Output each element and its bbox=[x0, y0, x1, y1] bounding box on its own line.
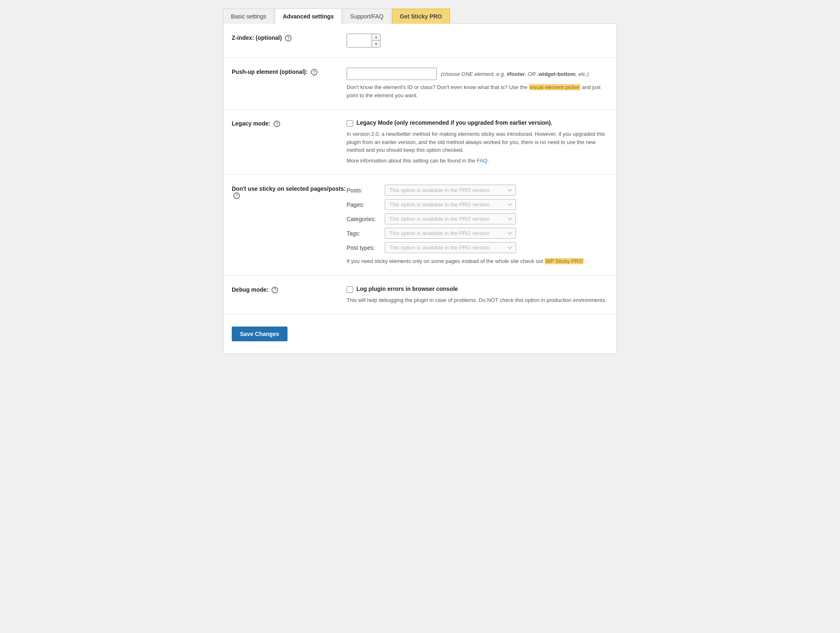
categories-select[interactable]: This option is available in the PRO vers… bbox=[385, 213, 516, 224]
tags-select[interactable]: This option is available in the PRO vers… bbox=[385, 228, 516, 239]
pushup-hint: (choose ONE element, e.g. #footer, OR .w… bbox=[441, 71, 589, 77]
page-wrapper: Basic settings Advanced settings Support… bbox=[223, 0, 617, 362]
zindex-down-button[interactable]: ▼ bbox=[372, 41, 380, 47]
zindex-content: ▲ ▼ bbox=[347, 34, 608, 48]
zindex-spinner: ▲ ▼ bbox=[347, 34, 381, 48]
pushup-input[interactable] bbox=[347, 68, 437, 80]
posts-row: Posts: This option is available in the P… bbox=[347, 185, 608, 196]
zindex-row: Z-index: (optional) ? ▲ ▼ bbox=[224, 24, 616, 58]
legacy-content: Legacy Mode (only recommended if you upg… bbox=[347, 119, 608, 165]
dont-use-sticky-help-icon[interactable]: ? bbox=[233, 192, 240, 199]
zindex-input[interactable] bbox=[347, 35, 372, 46]
pushup-hint-footer: #footer bbox=[507, 71, 525, 77]
pushup-content: (choose ONE element, e.g. #footer, OR .w… bbox=[347, 68, 608, 99]
legacy-checkbox-label[interactable]: Legacy Mode (only recommended if you upg… bbox=[356, 119, 552, 126]
legacy-faq-text: More information about this setting can … bbox=[347, 157, 608, 165]
pages-label: Pages: bbox=[347, 201, 381, 208]
categories-label: Categories: bbox=[347, 216, 381, 222]
tags-label: Tags: bbox=[347, 230, 381, 237]
dont-use-sticky-label: Don't use sticky on selected pages/posts… bbox=[232, 185, 347, 199]
legacy-faq-link[interactable]: FAQ bbox=[477, 158, 487, 164]
debug-help-icon[interactable]: ? bbox=[272, 287, 278, 293]
post-types-row: Post types: This option is available in … bbox=[347, 242, 608, 253]
pushup-help-text: Don't know the element's ID or class? Do… bbox=[347, 83, 608, 99]
debug-checkbox-row: Log plugin errors in browser console bbox=[347, 286, 608, 293]
wp-sticky-pro-link[interactable]: WP Sticky PRO bbox=[545, 258, 584, 264]
pushup-row: Push-up element (optional): ? (choose ON… bbox=[224, 58, 616, 110]
zindex-label: Z-index: (optional) ? bbox=[232, 34, 347, 41]
legacy-description: In version 2.0, a new/better method for … bbox=[347, 130, 608, 154]
legacy-checkbox[interactable] bbox=[347, 120, 353, 127]
legacy-help-icon[interactable]: ? bbox=[274, 121, 280, 127]
footer-row: Save Changes bbox=[224, 314, 616, 354]
save-button[interactable]: Save Changes bbox=[232, 327, 288, 341]
debug-checkbox-label[interactable]: Log plugin errors in browser console bbox=[356, 286, 458, 292]
debug-description: This will help debugging the plugin in c… bbox=[347, 296, 608, 304]
debug-label: Debug mode: ? bbox=[232, 286, 347, 293]
categories-row: Categories: This option is available in … bbox=[347, 213, 608, 224]
zindex-help-icon[interactable]: ? bbox=[285, 35, 292, 41]
tab-advanced[interactable]: Advanced settings bbox=[275, 9, 341, 24]
legacy-checkbox-row: Legacy Mode (only recommended if you upg… bbox=[347, 119, 608, 127]
tabs-bar: Basic settings Advanced settings Support… bbox=[223, 8, 617, 24]
debug-row: Debug mode: ? Log plugin errors in brows… bbox=[224, 276, 616, 315]
dont-use-sticky-row: Don't use sticky on selected pages/posts… bbox=[224, 175, 616, 276]
pushup-label: Push-up element (optional): ? bbox=[232, 68, 347, 75]
zindex-up-button[interactable]: ▲ bbox=[372, 34, 380, 41]
visual-element-picker-link[interactable]: visual element picker bbox=[529, 84, 580, 90]
zindex-spinner-buttons: ▲ ▼ bbox=[372, 34, 380, 47]
posts-select[interactable]: This option is available in the PRO vers… bbox=[385, 185, 516, 196]
post-types-label: Post types: bbox=[347, 245, 381, 251]
tab-basic[interactable]: Basic settings bbox=[223, 9, 274, 24]
pages-select[interactable]: This option is available in the PRO vers… bbox=[385, 199, 516, 210]
pushup-input-row: (choose ONE element, e.g. #footer, OR .w… bbox=[347, 68, 608, 80]
pushup-hint-widget: .widget-bottom bbox=[537, 71, 575, 77]
pushup-help-icon[interactable]: ? bbox=[311, 69, 317, 75]
debug-checkbox[interactable] bbox=[347, 286, 353, 293]
pages-row: Pages: This option is available in the P… bbox=[347, 199, 608, 210]
legacy-label: Legacy mode: ? bbox=[232, 119, 347, 127]
legacy-row: Legacy mode: ? Legacy Mode (only recomme… bbox=[224, 110, 616, 175]
settings-panel: Z-index: (optional) ? ▲ ▼ Push-up elemen… bbox=[223, 24, 617, 354]
tab-get-pro[interactable]: Get Sticky PRO bbox=[392, 9, 450, 24]
tags-row: Tags: This option is available in the PR… bbox=[347, 228, 608, 239]
tab-support[interactable]: Support/FAQ bbox=[342, 9, 391, 24]
debug-content: Log plugin errors in browser console Thi… bbox=[347, 286, 608, 304]
dont-use-sticky-footer: If you need sticky elements only on some… bbox=[347, 257, 608, 265]
dont-use-sticky-content: Posts: This option is available in the P… bbox=[347, 185, 608, 265]
post-types-select[interactable]: This option is available in the PRO vers… bbox=[385, 242, 516, 253]
posts-label: Posts: bbox=[347, 187, 381, 194]
